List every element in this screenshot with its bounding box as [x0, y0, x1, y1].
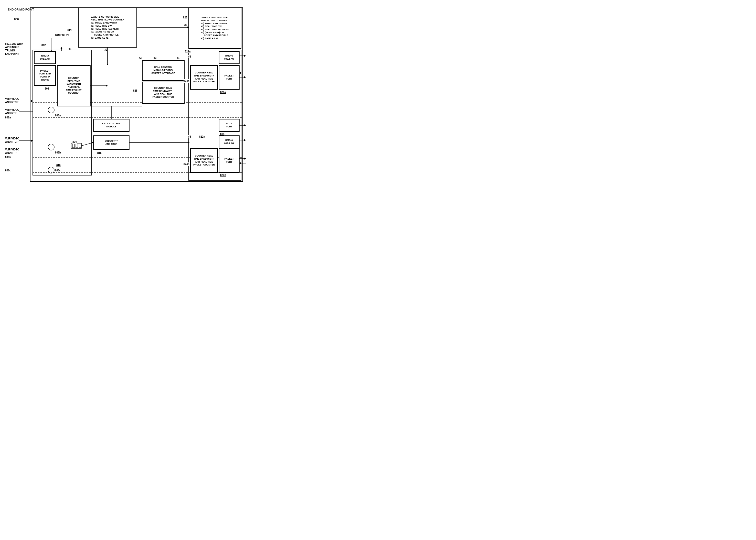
num806a-label: 806a	[5, 116, 11, 119]
num802-label: 802	[45, 87, 49, 90]
num820a-label: 820a	[220, 90, 226, 94]
svg-marker-58	[106, 85, 107, 87]
num822a-label: 822a	[185, 50, 190, 53]
svg-rect-70	[76, 144, 78, 148]
rmon-right-bot-box: RMON/802.1 AG	[219, 136, 239, 148]
svg-rect-69	[73, 144, 75, 148]
num824n-label: 824n	[184, 163, 189, 166]
svg-marker-62	[188, 141, 189, 144]
svg-marker-29	[31, 140, 33, 142]
counter-left-box: COUNTERREAL TIMEBANDWIDTHAND REALTIME PA…	[57, 65, 91, 106]
rmon-left-box: RMON/802.1 AG	[34, 51, 56, 64]
hash2-left-label: #2	[104, 48, 107, 52]
pots-port-box: POTSPORT	[219, 119, 239, 132]
hash3a-label: #3	[139, 56, 141, 60]
layer2-line-box: LAYER 2 LINE SIDE REALTIME FLOWS COUNTER…	[189, 8, 241, 49]
num810-label: 810	[56, 164, 61, 167]
svg-point-67	[48, 167, 54, 173]
svg-line-72	[82, 143, 94, 146]
num804-label: 804	[73, 140, 77, 144]
num822n-label: 822n	[199, 135, 205, 138]
voip-rtp-bot-label: VoIP/VIDEOAND RTP	[5, 148, 19, 155]
svg-marker-35	[239, 72, 241, 74]
svg-marker-37	[244, 55, 246, 57]
hash5-label: #5	[188, 135, 191, 138]
num820n-label: 820n	[220, 174, 226, 177]
voip-rtp-top-label: VoIP/VIDEOAND RTP	[5, 108, 19, 115]
num808a-label: 808a	[55, 114, 61, 117]
num808b-label: 808b	[55, 151, 61, 154]
num826-label: 826	[183, 16, 187, 19]
call-control-module-box: CALL CONTROLMODULE	[94, 119, 129, 132]
hash1-mid-label: #1	[177, 56, 179, 60]
diagram-container: END OR MID POINT 800 802.1 AG WITHAPPEND…	[0, 0, 246, 184]
rmon-right-top-box: RMON/802.1 AG	[219, 51, 239, 64]
voip-rtcp-top-label: VoIP/VIDEOAND RTCP	[5, 97, 19, 104]
svg-marker-43	[244, 158, 246, 160]
num828-label: 828	[133, 89, 137, 92]
packet-port-bot-box: PACKETPORT	[219, 148, 239, 173]
num814-label: 814	[67, 28, 72, 32]
svg-marker-25	[31, 100, 33, 102]
ag-802-label: 802.1 AG WITHAPPENDEDTRUNK/END POINT	[5, 42, 23, 56]
svg-marker-45	[239, 162, 241, 164]
packet-port-end-box: PACKETPORT ENDPOINT IPTRUNK	[34, 65, 56, 86]
svg-marker-41	[244, 139, 246, 141]
counter-probe-box: COUNTER REALTIME BANDWIDTHAND REAL TIMEP…	[142, 82, 184, 104]
voip-rtcp-bot-label: VoIP/VIDEOAND RTCP	[5, 137, 19, 144]
num808c-label: 808c	[55, 169, 61, 172]
num806b-label: 806b	[5, 156, 11, 159]
hash1-left-label: #1	[69, 47, 72, 51]
svg-rect-71	[79, 144, 81, 148]
svg-point-65	[48, 107, 54, 113]
num812-label: 812	[42, 44, 46, 47]
svg-marker-39	[244, 124, 246, 126]
hash2-right-label: #2	[184, 24, 187, 27]
packet-port-top-box: PACKETPORT	[219, 65, 239, 89]
svg-marker-33	[244, 76, 246, 78]
counter-right-top-box: COUNTER REALTIME BANDWIDTHAND REAL TIMEP…	[190, 65, 218, 89]
call-control-probe-box: CALL CONTROLMODULE/PROBE/SNIFFER INTERFA…	[142, 60, 184, 80]
codec-rtp-box: CODEC/RTPAND RTCP	[94, 136, 129, 150]
svg-rect-68	[71, 143, 82, 148]
counter-right-bot-box: COUNTER REALTIME BANDWIDTHAND REAL TIMEP…	[190, 148, 218, 173]
svg-marker-47	[106, 64, 108, 65]
svg-point-66	[48, 144, 54, 150]
num806c-label: 806c	[5, 169, 11, 172]
num824a-label: 824a	[184, 79, 189, 82]
svg-marker-50	[61, 47, 63, 49]
end-mid-point-num: 800	[14, 17, 19, 21]
output4-label: OUTPUT #4	[55, 33, 69, 37]
layer2-network-box: LAYER 2 NETWORK SIDEREAL TIME FLOWS COUN…	[78, 8, 137, 47]
end-mid-point-label: END OR MID POINT	[8, 8, 34, 11]
hash3b-label: #3	[154, 56, 156, 60]
num816-label: 816	[97, 151, 101, 155]
hash6-label: #6	[188, 55, 191, 58]
